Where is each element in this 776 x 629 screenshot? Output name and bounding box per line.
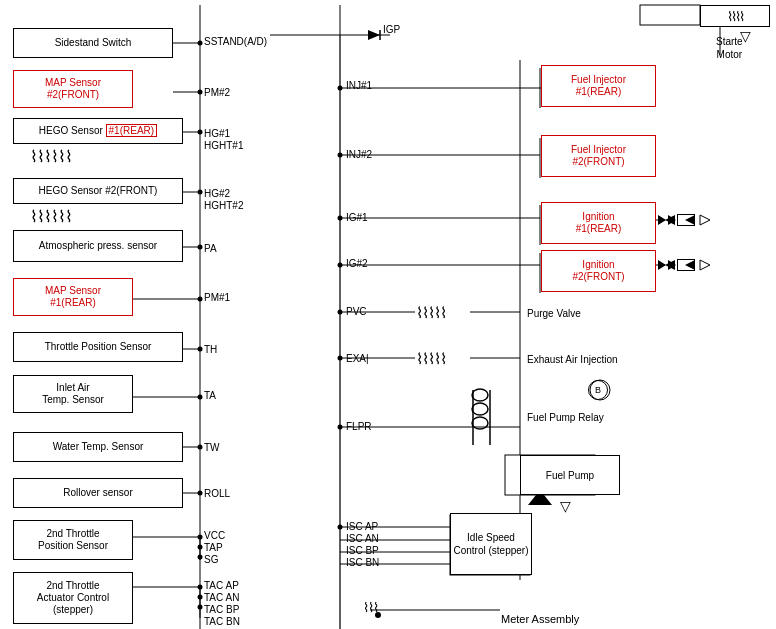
- top-right-coil-box: ⌇⌇⌇⌇: [700, 5, 770, 27]
- flpr-label: FLPR: [346, 421, 372, 432]
- map-sensor-rear-box: MAP Sensor#1(REAR): [13, 278, 133, 316]
- hght1-label: HGHT#1: [204, 140, 243, 151]
- ignition-1-box: Ignition#1(REAR): [541, 202, 656, 244]
- svg-point-83: [472, 403, 488, 415]
- tw-label: TW: [204, 442, 220, 453]
- tac-ap-label: TAC AP: [204, 580, 239, 591]
- fuel-injector-1-box: Fuel Injector#1(REAR): [541, 65, 656, 107]
- ig1-arrows: [658, 215, 694, 225]
- rollover-sensor-box: Rollover sensor: [13, 478, 183, 508]
- throttle-position-label: Throttle Position Sensor: [45, 341, 152, 353]
- roll-label: ROLL: [204, 488, 230, 499]
- svg-point-29: [198, 545, 203, 550]
- 2nd-throttle-position-box: 2nd ThrottlePosition Sensor: [13, 520, 133, 560]
- 2nd-throttle-actuator-box: 2nd ThrottleActuator Control(stepper): [13, 572, 133, 624]
- hego-sensor-front-label: HEGO Sensor #2(FRONT): [39, 185, 158, 197]
- sstand-label: SSTAND(A/D): [204, 36, 267, 47]
- isc-ap-label: ISC AP: [346, 521, 378, 532]
- exa-coil: ⌇⌇⌇⌇⌇: [416, 350, 446, 368]
- ground-symbol: ▽: [560, 498, 571, 514]
- svg-point-17: [198, 297, 203, 302]
- svg-point-23: [198, 445, 203, 450]
- svg-point-34: [198, 595, 203, 600]
- atmospheric-sensor-label: Atmospheric press. sensor: [39, 240, 157, 252]
- 2nd-throttle-position-label: 2nd ThrottlePosition Sensor: [38, 528, 108, 552]
- svg-point-25: [198, 491, 203, 496]
- sg-label: SG: [204, 554, 218, 565]
- map-sensor-rear-label: MAP Sensor#1(REAR): [45, 285, 101, 309]
- svg-point-19: [198, 347, 203, 352]
- water-temp-box: Water Temp. Sensor: [13, 432, 183, 462]
- svg-point-13: [198, 190, 203, 195]
- ta-label: TA: [204, 390, 216, 401]
- svg-point-30: [198, 555, 203, 560]
- pa-label: PA: [204, 243, 217, 254]
- svg-point-7: [198, 41, 203, 46]
- ig1-label: IG#1: [346, 212, 368, 223]
- inlet-air-temp-box: Inlet AirTemp. Sensor: [13, 375, 133, 413]
- pm2-label: PM#2: [204, 87, 230, 98]
- hego2-coil: ⌇⌇⌇⌇⌇⌇: [30, 207, 72, 226]
- exa-label: EXA|: [346, 353, 369, 364]
- tac-bn-label: TAC BN: [204, 616, 240, 627]
- tac-an-label: TAC AN: [204, 592, 239, 603]
- hg2-label: HG#2: [204, 188, 230, 199]
- b-circle: B: [588, 380, 608, 400]
- igp-label: IGP: [383, 24, 400, 35]
- map-sensor-front-box: MAP Sensor#2(FRONT): [13, 70, 133, 108]
- wiring-diagram: Sidestand Switch MAP Sensor#2(FRONT) HEG…: [0, 0, 776, 629]
- th-label: TH: [204, 344, 217, 355]
- ignition-1-label: Ignition#1(REAR): [576, 211, 622, 235]
- ignition-2-label: Ignition#2(FRONT): [572, 259, 624, 283]
- inj1-label: INJ#1: [346, 80, 372, 91]
- vcc-label: VCC: [204, 530, 225, 541]
- 2nd-throttle-actuator-label: 2nd ThrottleActuator Control(stepper): [37, 580, 109, 616]
- sidestand-switch-label: Sidestand Switch: [55, 37, 132, 49]
- ignition-2-box: Ignition#2(FRONT): [541, 250, 656, 292]
- hego-sensor-front-box: HEGO Sensor #2(FRONT): [13, 178, 183, 204]
- fuel-injector-1-label: Fuel Injector#1(REAR): [571, 74, 626, 98]
- svg-marker-75: [700, 260, 710, 270]
- svg-point-56: [338, 425, 343, 430]
- pvc-label: PVC: [346, 306, 367, 317]
- rollover-sensor-label: Rollover sensor: [63, 487, 132, 499]
- svg-point-53: [338, 356, 343, 361]
- svg-rect-67: [640, 5, 700, 25]
- idle-speed-control-label: Idle Speed Control (stepper): [451, 531, 531, 557]
- svg-point-41: [338, 153, 343, 158]
- svg-point-84: [472, 417, 488, 429]
- svg-point-44: [338, 216, 343, 221]
- hego-sensor-rear-label: HEGO Sensor #1(REAR): [39, 125, 157, 137]
- svg-point-11: [198, 130, 203, 135]
- ig2-label: IG#2: [346, 258, 368, 269]
- hego-sensor-rear-box: HEGO Sensor #1(REAR): [13, 118, 183, 144]
- purge-valve-label: Purge Valve: [527, 308, 581, 319]
- svg-marker-4: [368, 30, 380, 40]
- atmospheric-sensor-box: Atmospheric press. sensor: [13, 230, 183, 262]
- svg-point-9: [198, 90, 203, 95]
- map-sensor-front-label: MAP Sensor#2(FRONT): [45, 77, 101, 101]
- sidestand-switch-box: Sidestand Switch: [13, 28, 173, 58]
- tac-bp-label: TAC BP: [204, 604, 239, 615]
- water-temp-label: Water Temp. Sensor: [53, 441, 144, 453]
- fuel-injector-2-box: Fuel Injector#2(FRONT): [541, 135, 656, 177]
- svg-point-47: [338, 263, 343, 268]
- fuel-pump-relay-label: Fuel Pump Relay: [527, 412, 604, 423]
- inj2-label: INJ#2: [346, 149, 372, 160]
- svg-point-61: [338, 525, 343, 530]
- svg-point-27: [198, 535, 203, 540]
- hego1-coil: ⌇⌇⌇⌇⌇⌇: [30, 147, 72, 166]
- fuel-relay-coil: [460, 385, 500, 443]
- svg-point-35: [198, 605, 203, 610]
- fuel-pump-box: Fuel Pump: [520, 455, 620, 495]
- svg-point-21: [198, 395, 203, 400]
- exhaust-air-label: Exhaust Air Injection: [527, 354, 618, 365]
- ig2-arrows: [658, 260, 694, 270]
- idle-speed-control-box: Idle Speed Control (stepper): [450, 513, 532, 575]
- svg-point-15: [198, 245, 203, 250]
- isc-bn-label: ISC BN: [346, 557, 379, 568]
- isc-an-label: ISC AN: [346, 533, 379, 544]
- hg1-label: HG#1: [204, 128, 230, 139]
- svg-point-37: [338, 86, 343, 91]
- starter-motor-label: StarteMotor: [716, 35, 743, 61]
